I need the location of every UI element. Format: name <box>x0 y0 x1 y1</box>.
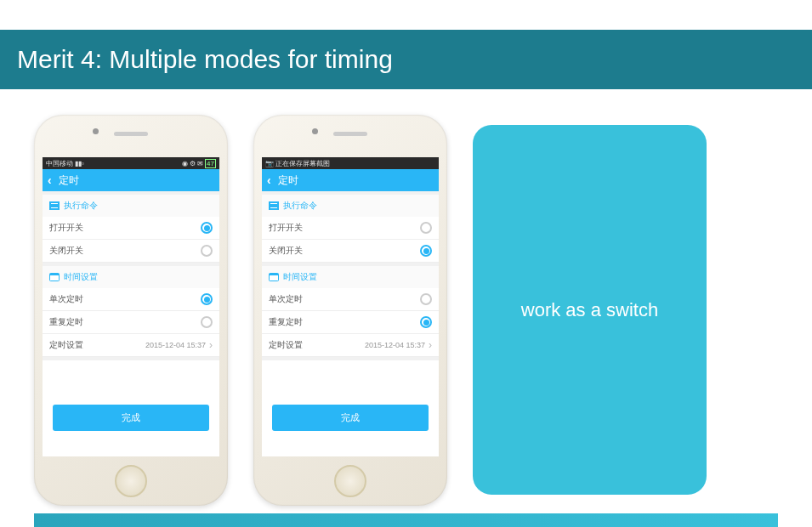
statusbar: 中国移动▮▮▫ ◉ ⚙ ✉47 <box>43 157 219 169</box>
row-label: 打开开关 <box>269 222 420 234</box>
back-icon[interactable]: ‹ <box>267 173 271 187</box>
done-label: 完成 <box>122 412 140 422</box>
time-value: 2015-12-04 15:37 <box>365 341 425 349</box>
content-row: 中国移动▮▮▫ ◉ ⚙ ✉47 ‹ 定时 执行命令 打开开关 关闭开关 时间设置… <box>0 89 812 506</box>
radio-icon <box>420 316 432 328</box>
signal-icon: ▮▮▫ <box>75 160 84 167</box>
chevron-right-icon: › <box>429 339 432 351</box>
row-label: 单次定时 <box>49 293 201 305</box>
row-repeat[interactable]: 重复定时 <box>262 311 439 334</box>
row-label: 关闭开关 <box>269 245 420 257</box>
home-button[interactable] <box>334 465 366 497</box>
radio-icon <box>420 245 432 257</box>
screen-2: 📷 正在保存屏幕截图 ‹ 定时 执行命令 打开开关 关闭开关 时间设置 单次定时… <box>262 157 439 456</box>
footer-stripe <box>34 513 778 527</box>
chevron-right-icon: › <box>209 339 213 351</box>
calendar-icon <box>49 273 60 281</box>
row-label: 重复定时 <box>49 316 201 328</box>
home-button[interactable] <box>115 465 147 497</box>
row-switch-off[interactable]: 关闭开关 <box>262 240 439 263</box>
phone-mockup-1: 中国移动▮▮▫ ◉ ⚙ ✉47 ‹ 定时 执行命令 打开开关 关闭开关 时间设置… <box>34 115 228 506</box>
merit-banner: Merit 4: Multiple modes for timing <box>0 30 812 89</box>
row-repeat[interactable]: 重复定时 <box>43 311 219 334</box>
section-header-time: 时间设置 <box>262 266 439 288</box>
section-label: 时间设置 <box>283 271 317 283</box>
wifi-icon: ◉ ⚙ ✉ <box>182 160 203 167</box>
screenshot-saving-label: 📷 正在保存屏幕截图 <box>265 159 330 168</box>
row-label: 关闭开关 <box>49 245 201 257</box>
row-once[interactable]: 单次定时 <box>262 288 439 311</box>
row-label: 定时设置 <box>49 339 145 351</box>
row-switch-off[interactable]: 关闭开关 <box>43 240 219 263</box>
row-time-setting[interactable]: 定时设置2015-12-04 15:37› <box>262 334 439 357</box>
screen-1: 中国移动▮▮▫ ◉ ⚙ ✉47 ‹ 定时 执行命令 打开开关 关闭开关 时间设置… <box>43 157 219 456</box>
row-once[interactable]: 单次定时 <box>43 288 219 311</box>
radio-icon <box>201 316 213 328</box>
app-titlebar: ‹ 定时 <box>43 169 219 191</box>
row-label: 单次定时 <box>269 293 420 305</box>
footer-area: 完成 <box>262 360 439 456</box>
back-icon[interactable]: ‹ <box>48 173 52 187</box>
row-time-setting[interactable]: 定时设置2015-12-04 15:37› <box>43 334 219 357</box>
row-label: 打开开关 <box>49 222 201 234</box>
app-titlebar: ‹ 定时 <box>262 169 439 191</box>
done-label: 完成 <box>341 412 360 422</box>
done-button[interactable]: 完成 <box>272 405 429 431</box>
footer-area: 完成 <box>43 360 219 456</box>
command-icon <box>269 201 279 210</box>
section-header-command: 执行命令 <box>43 195 219 217</box>
time-value: 2015-12-04 15:37 <box>145 341 206 349</box>
battery-icon: 47 <box>205 159 216 168</box>
row-label: 定时设置 <box>269 339 365 351</box>
radio-icon <box>201 293 213 305</box>
section-header-command: 执行命令 <box>262 195 439 217</box>
radio-icon <box>420 222 432 234</box>
section-header-time: 时间设置 <box>43 266 219 288</box>
phone-mockup-2: 📷 正在保存屏幕截图 ‹ 定时 执行命令 打开开关 关闭开关 时间设置 单次定时… <box>253 115 447 506</box>
section-label: 时间设置 <box>64 271 98 283</box>
screen-title: 定时 <box>278 173 298 188</box>
card-text: work as a switch <box>521 299 658 321</box>
section-label: 执行命令 <box>64 200 98 212</box>
command-icon <box>49 201 60 210</box>
done-button[interactable]: 完成 <box>53 405 209 431</box>
radio-icon <box>420 293 432 305</box>
row-label: 重复定时 <box>269 316 420 328</box>
radio-icon <box>201 222 213 234</box>
row-switch-on[interactable]: 打开开关 <box>43 217 219 240</box>
radio-icon <box>201 245 213 257</box>
calendar-icon <box>269 273 279 281</box>
info-card: work as a switch <box>473 125 707 495</box>
section-label: 执行命令 <box>283 200 317 212</box>
row-switch-on[interactable]: 打开开关 <box>262 217 439 240</box>
banner-title: Merit 4: Multiple modes for timing <box>17 45 393 73</box>
carrier-label: 中国移动 <box>46 159 73 168</box>
statusbar: 📷 正在保存屏幕截图 <box>262 157 439 169</box>
screen-title: 定时 <box>59 173 79 188</box>
